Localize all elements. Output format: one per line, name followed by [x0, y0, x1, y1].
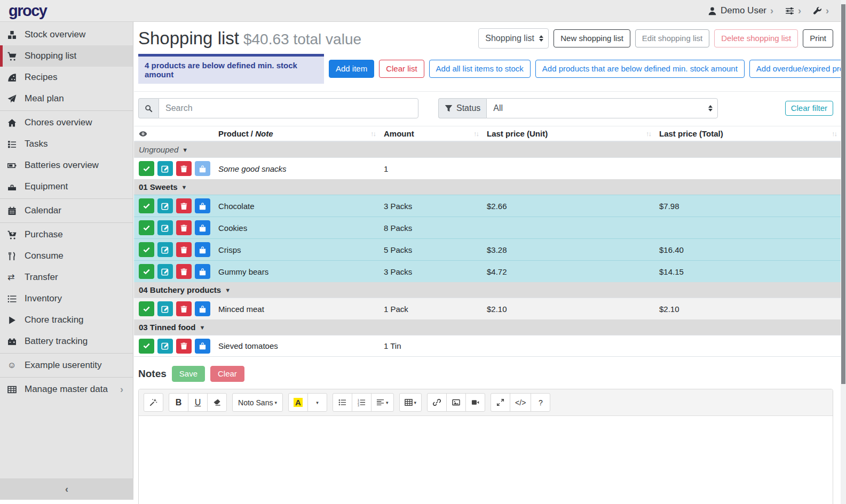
insert-link-button[interactable] — [427, 393, 447, 412]
purchase-item-button[interactable] — [195, 339, 210, 354]
sort-icon[interactable]: ↑↓ — [473, 130, 478, 138]
sidebar-item-meal-plan[interactable]: Meal plan — [0, 88, 133, 109]
insert-video-button[interactable] — [465, 393, 485, 412]
delete-item-button[interactable] — [176, 220, 192, 235]
status-select[interactable]: All — [486, 98, 718, 118]
add-overdue-button[interactable]: Add overdue/expired products — [749, 60, 841, 78]
svg-text:3: 3 — [358, 404, 359, 406]
ordered-list-button[interactable]: 123 — [352, 393, 371, 412]
shopping-list-select[interactable]: Shopping list — [478, 28, 549, 49]
fullscreen-button[interactable] — [491, 393, 510, 412]
purchase-item-button[interactable] — [195, 220, 210, 235]
notes-save-button[interactable]: Save — [172, 366, 205, 382]
print-button[interactable]: Print — [803, 29, 833, 47]
insert-image-button[interactable] — [446, 393, 466, 412]
sidebar-item-battery-tracking[interactable]: Battery tracking — [0, 331, 133, 352]
edit-item-button[interactable] — [157, 264, 173, 279]
mark-done-button[interactable] — [139, 220, 154, 235]
delete-item-button[interactable] — [176, 198, 192, 213]
sidebar-item-recipes[interactable]: Recipes — [0, 67, 133, 88]
delete-item-button[interactable] — [176, 339, 192, 354]
sidebar-item-chores-overview[interactable]: Chores overview — [0, 112, 133, 133]
edit-item-button[interactable] — [157, 198, 173, 213]
mark-done-button[interactable] — [139, 301, 154, 316]
delete-item-button[interactable] — [176, 264, 192, 279]
new-shopping-list-button[interactable]: New shopping list — [554, 29, 630, 47]
text-color-dropdown[interactable]: ▾ — [307, 393, 327, 412]
purchase-item-button[interactable] — [195, 301, 210, 316]
group-header-row[interactable]: 04 Butchery products▼ — [134, 282, 841, 298]
sidebar-item-shopping-list[interactable]: Shopping list — [0, 45, 133, 67]
admin-menu[interactable]: › — [813, 6, 829, 15]
group-header-row[interactable]: Ungrouped▼ — [134, 142, 841, 157]
purchase-item-button[interactable] — [195, 264, 210, 279]
group-header-row[interactable]: 01 Sweets▼ — [134, 179, 841, 195]
user-menu[interactable]: Demo User › — [708, 5, 773, 16]
code-view-button[interactable]: </> — [510, 393, 531, 412]
settings-menu[interactable]: › — [785, 6, 801, 15]
sidebar-item-purchase[interactable]: Purchase — [0, 224, 133, 245]
edit-item-button[interactable] — [157, 301, 173, 316]
delete-shopping-list-button[interactable]: Delete shopping list — [714, 29, 798, 47]
sidebar-item-chore-tracking[interactable]: Chore tracking — [0, 309, 133, 331]
column-header-amount[interactable]: Amount ↑↓ — [379, 129, 483, 138]
sidebar-item-consume[interactable]: Consume — [0, 245, 133, 267]
text-color-button[interactable]: A — [288, 393, 308, 412]
page-scrollbar[interactable] — [841, 0, 846, 504]
delete-item-button[interactable] — [176, 301, 192, 316]
home-icon — [7, 118, 21, 127]
purchase-item-button[interactable] — [195, 242, 210, 257]
clear-list-button[interactable]: Clear list — [379, 60, 424, 78]
unordered-list-button[interactable] — [333, 393, 352, 412]
scrollbar-thumb[interactable] — [841, 4, 845, 384]
notes-clear-button[interactable]: Clear — [210, 366, 244, 382]
sidebar-collapse-button[interactable]: ‹ — [0, 478, 133, 500]
mark-done-button[interactable] — [139, 161, 154, 176]
insert-table-dropdown[interactable]: ▾ — [399, 393, 422, 412]
clear-formatting-button[interactable] — [207, 393, 227, 412]
group-header-row[interactable]: 03 Tinned food▼ — [134, 319, 841, 335]
edit-item-button[interactable] — [157, 242, 173, 257]
edit-item-button[interactable] — [157, 161, 173, 176]
magic-style-button[interactable] — [144, 393, 163, 412]
add-all-to-stock-button[interactable]: Add all list items to stock — [429, 60, 531, 78]
delete-item-button[interactable] — [176, 161, 192, 176]
sidebar-item-inventory[interactable]: Inventory — [0, 288, 133, 309]
paragraph-align-dropdown[interactable]: ▾ — [371, 393, 394, 412]
edit-item-button[interactable] — [157, 339, 173, 354]
notes-editor-textarea[interactable] — [139, 416, 833, 504]
mark-done-button[interactable] — [139, 242, 154, 257]
search-input[interactable] — [159, 98, 418, 118]
underline-button[interactable]: U — [188, 393, 208, 412]
edit-item-button[interactable] — [157, 220, 173, 235]
sidebar-item-manage-master-data[interactable]: Manage master data› — [0, 379, 133, 400]
purchase-item-button[interactable] — [195, 198, 210, 213]
sort-icon[interactable]: ↑↓ — [832, 130, 836, 138]
purchase-item-button[interactable] — [195, 161, 210, 176]
mark-done-button[interactable] — [139, 198, 154, 213]
sidebar-item-calendar[interactable]: Calendar — [0, 200, 133, 221]
sidebar-item-example-userentity[interactable]: ☺Example userentity — [0, 355, 133, 376]
mark-done-button[interactable] — [139, 264, 154, 279]
sidebar-item-equipment[interactable]: Equipment — [0, 176, 133, 197]
column-header-product[interactable]: Product / Note ↑↓ — [214, 129, 379, 138]
font-family-dropdown[interactable]: Noto Sans ▾ — [232, 393, 283, 412]
help-button[interactable]: ? — [531, 393, 550, 412]
sidebar-item-batteries-overview[interactable]: Batteries overview — [0, 155, 133, 176]
column-header-price-unit[interactable]: Last price (Unit) ↑↓ — [483, 129, 655, 138]
add-below-min-button[interactable]: Add products that are below defined min.… — [535, 60, 745, 78]
sort-icon[interactable]: ↑↓ — [370, 130, 375, 138]
sidebar-item-tasks[interactable]: Tasks — [0, 133, 133, 155]
delete-item-button[interactable] — [176, 242, 192, 257]
clear-filter-button[interactable]: Clear filter — [785, 101, 833, 116]
edit-shopping-list-button[interactable]: Edit shopping list — [635, 29, 709, 47]
column-header-price-total[interactable]: Last price (Total) ↑↓ — [655, 129, 841, 138]
column-visibility-header[interactable] — [134, 130, 214, 138]
mark-done-button[interactable] — [139, 339, 154, 354]
note-header: Note — [255, 129, 273, 138]
bold-button[interactable]: B — [169, 393, 188, 412]
sidebar-item-transfer[interactable]: ⇄Transfer — [0, 267, 133, 288]
sidebar-item-stock-overview[interactable]: Stock overview — [0, 24, 133, 45]
add-item-button[interactable]: Add item — [329, 60, 374, 78]
sort-icon[interactable]: ↑↓ — [646, 130, 651, 138]
